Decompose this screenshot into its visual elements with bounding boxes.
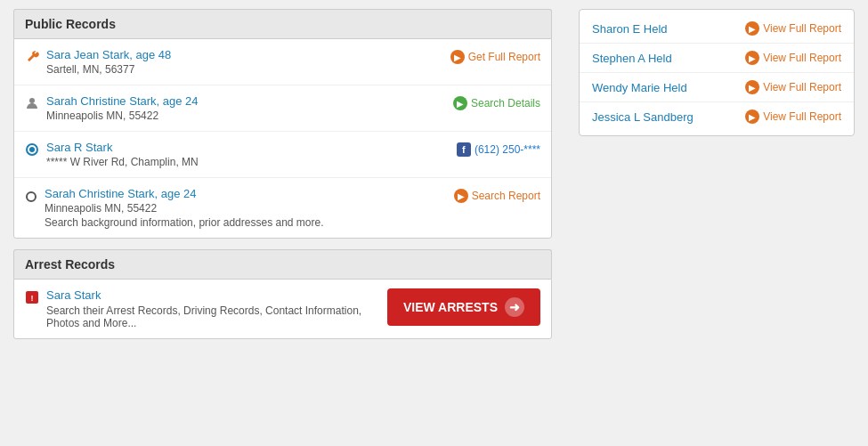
record-name-link[interactable]: Sarah Christine Stark, age 24	[46, 94, 199, 108]
view-arrests-label: VIEW ARRESTS	[403, 300, 498, 314]
record-description: Search background information, prior add…	[45, 216, 324, 229]
arrest-name-link[interactable]: Sara Stark	[46, 288, 101, 302]
record-item: Sara Jean Stark, age 48 Sartell, MN, 563…	[14, 39, 551, 85]
svg-point-0	[29, 98, 35, 103]
arrest-text: Sara Stark Search their Arrest Records, …	[46, 288, 385, 329]
action-label: Get Full Report	[468, 51, 540, 63]
record-action: ▶ Search Details	[453, 96, 540, 110]
record-left: Sarah Christine Stark, age 24 Minneapoli…	[25, 94, 444, 122]
search-report-link[interactable]: ▶ Search Report	[454, 189, 540, 203]
circle-outline-icon	[25, 142, 39, 159]
right-row: Stephen A Held▶ View Full Report	[580, 44, 854, 73]
play-icon: ▶	[454, 189, 468, 203]
public-records-section: Public Records Sara Jean Stark, age 48 S…	[13, 9, 552, 239]
right-row: Jessica L Sandberg▶ View Full Report	[580, 102, 854, 131]
right-name-link[interactable]: Sharon E Held	[592, 22, 668, 36]
right-row: Sharon E Held▶ View Full Report	[580, 14, 854, 44]
record-text: Sarah Christine Stark, age 24 Minneapoli…	[45, 187, 324, 229]
record-item: Sara R Stark ***** W River Rd, Champlin,…	[14, 132, 551, 178]
action-label: Search Details	[471, 97, 540, 109]
right-box: Sharon E Held▶ View Full ReportStephen A…	[579, 9, 855, 136]
record-item: Sarah Christine Stark, age 24 Minneapoli…	[14, 178, 551, 238]
arrest-icon: !	[25, 290, 39, 307]
play-icon: ▶	[453, 96, 467, 110]
record-action: ▶ Get Full Report	[450, 50, 540, 64]
get-full-report-link[interactable]: ▶ Get Full Report	[450, 50, 540, 64]
view-full-report-link[interactable]: ▶ View Full Report	[745, 21, 841, 36]
play-icon: ▶	[745, 21, 759, 36]
view-full-report-link[interactable]: ▶ View Full Report	[745, 51, 841, 65]
view-arrests-button[interactable]: VIEW ARRESTS ➜	[387, 288, 540, 326]
action-label: Search Report	[472, 190, 540, 202]
record-address: Sartell, MN, 56377	[46, 63, 171, 76]
record-text: Sara R Stark ***** W River Rd, Champlin,…	[46, 141, 199, 168]
svg-point-3	[27, 192, 36, 201]
svg-point-2	[29, 147, 35, 152]
right-name-link[interactable]: Jessica L Sandberg	[592, 110, 694, 124]
public-records-header: Public Records	[13, 9, 552, 38]
svg-text:!: !	[31, 294, 34, 303]
arrest-records-header: Arrest Records	[13, 249, 552, 279]
arrest-description: Search their Arrest Records, Driving Rec…	[46, 304, 385, 329]
arrow-icon: ➜	[505, 297, 524, 317]
record-address: Minneapolis MN, 55422	[46, 109, 199, 122]
arrest-records-section: Arrest Records ! Sara Stark Search their…	[13, 249, 552, 339]
view-full-report-link[interactable]: ▶ View Full Report	[745, 80, 841, 94]
play-icon: ▶	[745, 109, 759, 124]
left-panel: Public Records Sara Jean Stark, age 48 S…	[0, 0, 565, 446]
record-left: Sara Jean Stark, age 48 Sartell, MN, 563…	[25, 48, 442, 76]
arrest-records-box: ! Sara Stark Search their Arrest Records…	[13, 279, 552, 339]
action-label: (612) 250-****	[475, 143, 540, 156]
right-panel: Sharon E Held▶ View Full ReportStephen A…	[565, 0, 868, 446]
right-name-link[interactable]: Wendy Marie Held	[592, 81, 687, 94]
dot-icon	[25, 191, 37, 206]
facebook-icon: f	[457, 142, 471, 157]
record-name-link[interactable]: Sara R Stark	[46, 141, 112, 154]
right-name-link[interactable]: Stephen A Held	[592, 52, 672, 65]
record-left: Sarah Christine Stark, age 24 Minneapoli…	[25, 187, 445, 229]
right-row: Wendy Marie Held▶ View Full Report	[580, 73, 854, 102]
record-text: Sarah Christine Stark, age 24 Minneapoli…	[46, 94, 199, 122]
record-left: Sara R Stark ***** W River Rd, Champlin,…	[25, 141, 448, 168]
play-icon: ▶	[745, 80, 759, 94]
search-details-link[interactable]: ▶ Search Details	[453, 96, 540, 110]
phone-link[interactable]: f (612) 250-****	[457, 142, 540, 157]
record-name-link[interactable]: Sarah Christine Stark, age 24	[45, 187, 197, 200]
person-icon	[25, 96, 39, 113]
record-address: ***** W River Rd, Champlin, MN	[46, 156, 199, 168]
play-icon: ▶	[450, 50, 465, 64]
record-address: Minneapolis MN, 55422	[45, 202, 324, 215]
record-action: ▶ Search Report	[454, 189, 540, 203]
record-name-link[interactable]: Sara Jean Stark, age 48	[46, 48, 171, 61]
public-records-box: Sara Jean Stark, age 48 Sartell, MN, 563…	[13, 38, 552, 239]
view-full-report-link[interactable]: ▶ View Full Report	[745, 109, 841, 124]
wrench-icon	[25, 50, 39, 67]
record-item: Sarah Christine Stark, age 24 Minneapoli…	[14, 85, 551, 132]
record-text: Sara Jean Stark, age 48 Sartell, MN, 563…	[46, 48, 171, 76]
record-action: f (612) 250-****	[457, 142, 540, 157]
play-icon: ▶	[745, 51, 759, 65]
arrest-record-left: ! Sara Stark Search their Arrest Records…	[25, 288, 387, 329]
